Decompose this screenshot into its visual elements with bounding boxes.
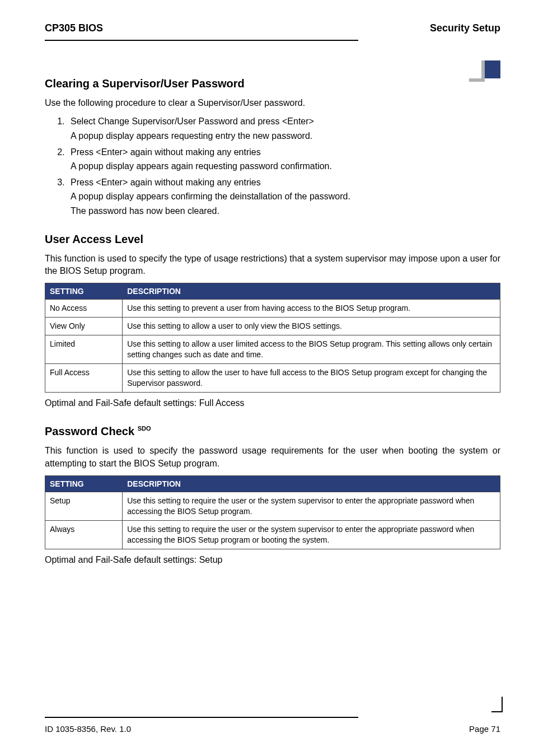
- cell-setting: Setup: [45, 492, 123, 521]
- step-3: Press <Enter> again without making any e…: [67, 176, 500, 217]
- table-row: No Access Use this setting to prevent a …: [45, 300, 500, 318]
- step-text: Press <Enter> again without making any e…: [71, 146, 500, 158]
- header-left: CP305 BIOS: [45, 22, 103, 34]
- note-password-check: Optimal and Fail-Safe default settings: …: [45, 554, 500, 566]
- corner-logo-icon: [472, 60, 500, 88]
- cell-setting: Always: [45, 520, 123, 549]
- step-text: The password has now been cleared.: [71, 204, 500, 217]
- cell-setting: Limited: [45, 335, 123, 364]
- cell-desc: Use this setting to allow a user limited…: [123, 335, 500, 364]
- step-2: Press <Enter> again without making any e…: [67, 146, 500, 172]
- header-right: Security Setup: [430, 22, 500, 34]
- heading-password-check-text: Password Check: [45, 425, 134, 437]
- step-text: A popup display appears requesting entry…: [71, 129, 500, 142]
- heading-sup-sdo: SDO: [138, 426, 151, 432]
- step-text: Press <Enter> again without making any e…: [71, 176, 500, 189]
- table-row: Limited Use this setting to allow a user…: [45, 335, 500, 364]
- table-user-access-level: SETTING DESCRIPTION No Access Use this s…: [45, 283, 500, 392]
- table-header-row: SETTING DESCRIPTION: [45, 476, 500, 492]
- table-header-row: SETTING DESCRIPTION: [45, 283, 500, 300]
- th-setting: SETTING: [45, 283, 123, 300]
- intro-password-check: This function is used to specify the pas…: [45, 445, 500, 470]
- note-user-access-level: Optimal and Fail-Safe default settings: …: [45, 397, 500, 409]
- step-1: Select Change Supervisor/User Password a…: [67, 115, 500, 142]
- cell-desc: Use this setting to require the user or …: [123, 520, 500, 549]
- step-text: A popup display appears again requesting…: [71, 160, 500, 172]
- intro-clearing-password: Use the following procedure to clear a S…: [45, 97, 500, 109]
- heading-password-check: Password Check SDO: [45, 425, 500, 438]
- cell-desc: Use this setting to prevent a user from …: [123, 300, 500, 318]
- table-row: View Only Use this setting to allow a us…: [45, 318, 500, 335]
- cell-setting: Full Access: [45, 364, 123, 393]
- table-row: Full Access Use this setting to allow th…: [45, 364, 500, 393]
- footer-left: ID 1035-8356, Rev. 1.0: [45, 724, 131, 734]
- heading-clearing-password: Clearing a Supervisor/User Password: [45, 77, 500, 90]
- th-description: DESCRIPTION: [123, 476, 500, 492]
- steps-list: Select Change Supervisor/User Password a…: [67, 115, 500, 217]
- cell-desc: Use this setting to require the user or …: [123, 492, 500, 521]
- table-row: Always Use this setting to require the u…: [45, 520, 500, 549]
- table-row: Setup Use this setting to require the us…: [45, 492, 500, 521]
- cell-setting: View Only: [45, 318, 123, 335]
- table-password-check: SETTING DESCRIPTION Setup Use this setti…: [45, 475, 500, 549]
- corner-mark-icon: [491, 701, 503, 712]
- footer-right: Page 71: [469, 724, 500, 734]
- cell-desc: Use this setting to allow a user to only…: [123, 318, 500, 335]
- cell-desc: Use this setting to allow the user to ha…: [123, 364, 500, 393]
- intro-user-access-level: This function is used to specify the typ…: [45, 253, 500, 278]
- page-footer: ID 1035-8356, Rev. 1.0 Page 71: [45, 724, 500, 734]
- th-setting: SETTING: [45, 476, 123, 492]
- step-text: A popup display appears confirming the d…: [71, 190, 500, 203]
- footer-rule: [45, 717, 500, 718]
- step-text: Select Change Supervisor/User Password a…: [71, 115, 500, 128]
- header-rule: [45, 40, 358, 41]
- cell-setting: No Access: [45, 300, 123, 318]
- th-description: DESCRIPTION: [123, 283, 500, 300]
- heading-user-access-level: User Access Level: [45, 233, 500, 246]
- page-header: CP305 BIOS Security Setup: [45, 22, 500, 34]
